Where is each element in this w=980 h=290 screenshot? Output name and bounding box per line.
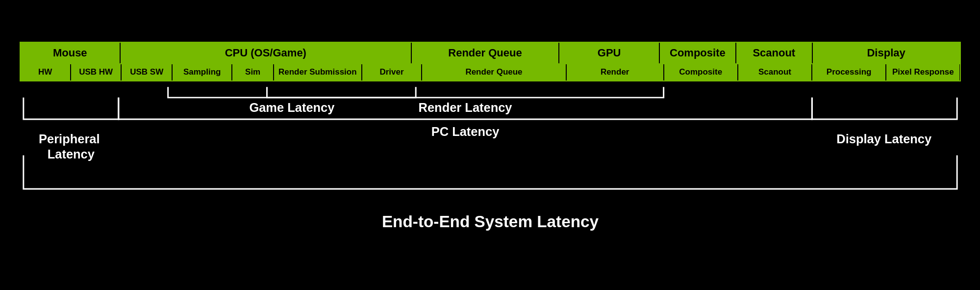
game-latency-label: Game Latency (249, 101, 335, 114)
sub-usb-sw: USB SW (122, 64, 172, 80)
subheader-row: HW USB HW USB SW Sampling Sim Render Sub… (20, 64, 961, 81)
sub-hw: HW (21, 64, 71, 80)
sub-driver: Driver (362, 64, 423, 80)
header-composite: Composite (660, 43, 736, 63)
latency-diagram: Mouse CPU (OS/Game) Render Queue GPU Com… (10, 37, 971, 253)
header-scanout: Scanout (736, 43, 813, 63)
sub-render-submission: Render Submission (274, 64, 362, 80)
end-to-end-label: End-to-End System Latency (381, 212, 599, 231)
end-to-end-bracket: End-to-End System Latency (23, 155, 956, 231)
peripheral-latency-label: Peripheral Latency (39, 132, 103, 161)
sub-sim: Sim (232, 64, 274, 80)
sub-sampling: Sampling (173, 64, 233, 80)
display-latency-bracket: Display Latency (812, 98, 957, 146)
game-latency-bracket: Game Latency (168, 87, 415, 114)
header-mouse: Mouse (21, 43, 121, 63)
sub-processing: Processing (812, 64, 886, 80)
sub-usb-hw: USB HW (71, 64, 122, 80)
sub-render: Render (567, 64, 664, 80)
header-render-queue: Render Queue (412, 43, 560, 63)
header-gpu: GPU (559, 43, 660, 63)
header-cpu: CPU (OS/Game) (121, 43, 412, 63)
peripheral-latency-bracket: Peripheral Latency (23, 98, 118, 161)
sub-render-queue: Render Queue (422, 64, 566, 80)
display-latency-label: Display Latency (836, 132, 932, 146)
header-display: Display (813, 43, 960, 63)
sub-scanout: Scanout (738, 64, 812, 80)
render-latency-label: Render Latency (418, 101, 512, 114)
sub-composite: Composite (664, 64, 738, 80)
header-row: Mouse CPU (OS/Game) Render Queue GPU Com… (20, 42, 961, 64)
brackets-svg: Game Latency Render Latency Peripheral L… (20, 81, 961, 248)
sub-pixel-response: Pixel Response (886, 64, 959, 80)
pc-latency-label: PC Latency (431, 125, 499, 138)
